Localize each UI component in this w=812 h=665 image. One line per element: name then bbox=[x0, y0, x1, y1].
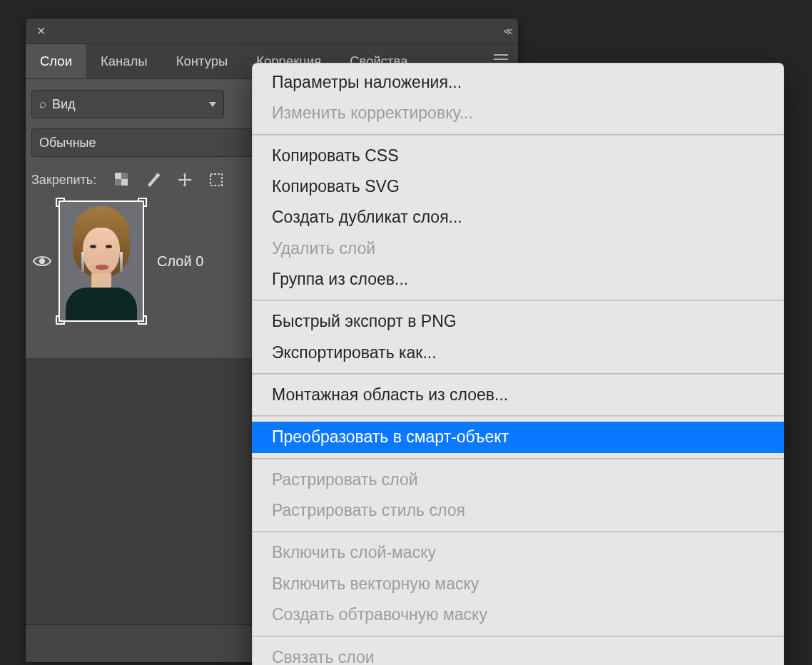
svg-rect-0 bbox=[115, 173, 121, 179]
menu-separator bbox=[252, 636, 784, 637]
menu-item[interactable]: Монтажная область из слоев... bbox=[252, 380, 784, 410]
menu-item: Растрировать стиль слоя bbox=[252, 495, 784, 526]
menu-item[interactable]: Копировать SVG bbox=[252, 171, 784, 202]
tab-layers[interactable]: Слои bbox=[26, 44, 86, 78]
svg-point-6 bbox=[39, 258, 45, 264]
menu-item: Создать обтравочную маску bbox=[252, 599, 784, 630]
menu-separator bbox=[252, 458, 784, 460]
menu-separator bbox=[252, 531, 784, 532]
menu-item[interactable]: Создать дубликат слоя... bbox=[252, 202, 784, 233]
menu-item: Включить слой-маску bbox=[252, 537, 784, 568]
menu-item[interactable]: Экспортировать как... bbox=[252, 337, 784, 368]
layer-thumbnail[interactable] bbox=[59, 200, 144, 322]
visibility-eye-icon[interactable] bbox=[33, 255, 59, 268]
menu-item: Удалить слой bbox=[252, 233, 784, 264]
menu-item[interactable]: Группа из слоев... bbox=[252, 264, 784, 295]
lock-position-icon[interactable] bbox=[176, 171, 193, 188]
collapse-icon[interactable]: << bbox=[504, 26, 511, 37]
menu-item[interactable]: Копировать CSS bbox=[252, 141, 784, 171]
layer-name-label[interactable]: Слой 0 bbox=[157, 253, 203, 270]
menu-separator bbox=[252, 415, 784, 417]
menu-separator bbox=[252, 134, 784, 136]
lock-artboard-icon[interactable] bbox=[208, 171, 225, 188]
panel-titlebar: ✕ << bbox=[26, 19, 518, 44]
svg-rect-1 bbox=[121, 173, 128, 179]
menu-item: Изменить корректировку... bbox=[252, 98, 784, 128]
thumbnail-image bbox=[60, 202, 143, 320]
lock-pixels-icon[interactable] bbox=[145, 171, 162, 188]
search-icon: ⌕ bbox=[39, 97, 46, 111]
lock-label: Закрепить: bbox=[31, 173, 96, 188]
menu-item: Растрировать слой bbox=[252, 465, 784, 495]
tab-paths[interactable]: Контуры bbox=[162, 44, 243, 78]
menu-separator bbox=[252, 300, 784, 301]
chevron-down-icon bbox=[209, 102, 216, 107]
menu-item[interactable]: Быстрый экспорт в PNG bbox=[252, 306, 784, 337]
lock-transparent-icon[interactable] bbox=[113, 171, 131, 188]
svg-rect-5 bbox=[210, 174, 222, 186]
menu-item: Связать слои bbox=[252, 642, 784, 666]
layer-context-menu: Параметры наложения...Изменить корректир… bbox=[252, 63, 784, 665]
menu-item[interactable]: Преобразовать в смарт-объект bbox=[252, 422, 784, 452]
blend-mode-label: Обычные bbox=[39, 136, 96, 151]
kind-label: Вид bbox=[52, 97, 76, 112]
tab-channels[interactable]: Каналы bbox=[86, 44, 162, 78]
svg-rect-3 bbox=[121, 179, 128, 186]
close-icon[interactable]: ✕ bbox=[33, 22, 49, 41]
menu-item: Включить векторную маску bbox=[252, 569, 784, 599]
menu-separator bbox=[252, 373, 784, 375]
svg-rect-2 bbox=[115, 179, 121, 186]
layer-kind-filter[interactable]: ⌕ Вид bbox=[31, 90, 224, 118]
menu-item[interactable]: Параметры наложения... bbox=[252, 67, 784, 98]
